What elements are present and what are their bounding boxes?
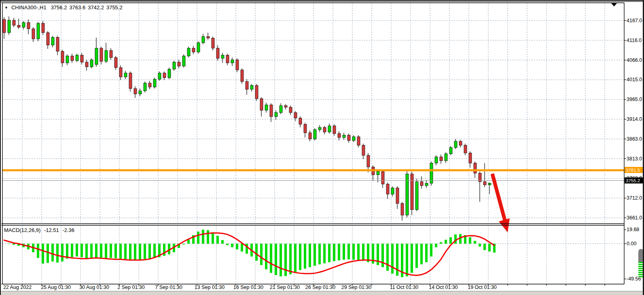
price-axis-label: 3813.0 [627, 156, 642, 162]
chart-canvas[interactable] [1, 0, 644, 295]
scroll-indicator[interactable] [638, 249, 644, 278]
macd-bar [139, 244, 141, 260]
candle-body [411, 174, 413, 209]
candle-body [13, 20, 15, 25]
candle-body [377, 172, 379, 175]
candle-body [71, 56, 74, 61]
candle-body [134, 88, 137, 94]
candle-body [241, 70, 244, 82]
candle-body [236, 60, 239, 70]
price-axis-label: 4066.0 [627, 57, 642, 63]
macd-bar [474, 241, 476, 244]
macd-bar [202, 230, 204, 244]
candle-body [27, 23, 30, 29]
candle-body [250, 85, 253, 89]
candle-body [216, 48, 219, 58]
time-axis-label: 19 Oct 01:30 [468, 284, 497, 290]
macd-bar [66, 244, 68, 259]
ohlc-close: 3755.2 [106, 4, 123, 11]
macd-bar [314, 244, 316, 266]
candle-body [401, 203, 404, 215]
candle-body [415, 182, 418, 210]
macd-bar [430, 244, 432, 257]
window-top-edge [1, 0, 643, 2]
candle-body [328, 126, 331, 132]
candle-body [352, 137, 355, 141]
candle-body [178, 62, 180, 66]
candle-body [100, 48, 103, 61]
candle-body [51, 37, 54, 45]
candle-body [357, 137, 360, 145]
macd-bar [415, 244, 418, 268]
macd-bar [280, 244, 282, 276]
candle-body [3, 19, 6, 33]
window-bottom-edge [1, 291, 643, 295]
candle-body [163, 73, 166, 78]
candle-body [338, 134, 341, 138]
candle-body [464, 145, 467, 153]
macd-bar [153, 244, 156, 258]
candle-body [454, 141, 457, 148]
macd-bar [304, 244, 306, 269]
symbol-dropdown-icon[interactable]: ▼ [4, 6, 8, 10]
candle-body [343, 135, 345, 137]
candle-body [42, 23, 44, 33]
candle-body [381, 172, 384, 184]
candle-body [314, 130, 316, 139]
macd-bar [328, 244, 330, 262]
candle-body [61, 51, 64, 63]
time-axis-label: 7 Sep 01:30 [155, 284, 182, 290]
candle-body [304, 124, 307, 133]
horizontal-line-object[interactable] [2, 169, 624, 171]
chart-shift-marker[interactable] [611, 3, 617, 6]
macd-bar [42, 244, 44, 263]
macd-bar [221, 240, 224, 244]
candle-body [187, 48, 190, 56]
candle-body [32, 29, 35, 39]
macd-bar [37, 244, 39, 258]
macd-bar [80, 244, 83, 257]
macd-bar [333, 244, 335, 261]
time-axis-label: 21 Sep 01:30 [270, 284, 300, 290]
macd-bar [182, 244, 185, 244]
candle-body [173, 62, 176, 69]
macd-bar [260, 244, 263, 265]
time-axis-label: 30 Aug 01:30 [79, 284, 109, 290]
candle-body [294, 113, 297, 118]
candle-body [289, 107, 292, 112]
macd-axis-label: 0.00 [627, 241, 636, 247]
candle-body [323, 127, 326, 132]
candle-body [144, 83, 146, 91]
macd-bar [105, 244, 107, 258]
macd-bar [420, 244, 423, 264]
candle-body [440, 157, 443, 161]
macd-histogram [8, 230, 496, 277]
macd-bar [110, 244, 112, 258]
macd-bar [275, 244, 277, 275]
candle-body [124, 73, 127, 77]
macd-bar [100, 244, 102, 258]
time-axis-label: 16 Sep 01:30 [233, 284, 263, 290]
macd-bar [13, 244, 15, 245]
macd-bar [129, 244, 131, 259]
macd-indicator-name: MACD(12,26,9) [4, 227, 40, 233]
macd-bar [8, 244, 10, 244]
macd-bar [469, 237, 471, 244]
ohlc-high: 3763.6 [69, 4, 85, 11]
time-axis-label: 14 Oct 01:30 [429, 284, 458, 290]
macd-bar [425, 244, 428, 262]
price-axis-label: 3712.0 [627, 195, 642, 201]
macd-bar [289, 244, 292, 274]
macd-signal-value: -2.36 [62, 227, 74, 233]
macd-value: -12.51 [44, 227, 59, 233]
candle-body [333, 126, 336, 133]
candle-body [158, 73, 161, 79]
macd-bar [488, 244, 491, 251]
candle-body [192, 48, 195, 52]
candle-body [260, 99, 263, 110]
macd-bar [197, 232, 199, 244]
macd-bar [459, 234, 462, 244]
macd-bar [226, 244, 229, 245]
candle-body [459, 141, 462, 145]
candle-body [406, 174, 409, 215]
